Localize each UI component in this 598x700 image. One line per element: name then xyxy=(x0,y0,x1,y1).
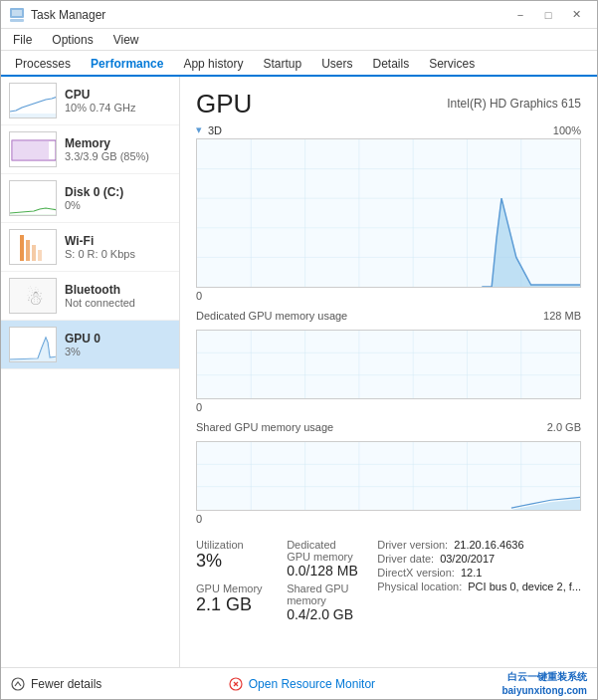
chart-mem xyxy=(196,330,581,399)
chart-shared xyxy=(196,441,581,511)
stat-dedicated: Dedicated GPU memory 0.0/128 MB xyxy=(287,539,361,579)
stats-right: Driver version: 21.20.16.4636 Driver dat… xyxy=(377,539,581,622)
stat-shared-value: 0.4/2.0 GB xyxy=(287,606,361,622)
sidebar-item-disk[interactable]: Disk 0 (C:) 0% xyxy=(1,174,179,223)
memory-value: 3.3/3.9 GB (85%) xyxy=(65,150,149,162)
stat-shared-label: Shared GPU memory xyxy=(287,583,361,606)
bluetooth-label: Bluetooth xyxy=(65,283,135,297)
maximize-button[interactable]: □ xyxy=(535,5,561,25)
stat-dedicated-value: 0.0/128 MB xyxy=(287,563,361,579)
gpu-value: 3% xyxy=(65,346,100,357)
tab-details[interactable]: Details xyxy=(362,53,419,77)
svg-text:☃: ☃ xyxy=(26,286,44,309)
chart-mem-right: 128 MB xyxy=(543,310,581,322)
svg-point-41 xyxy=(12,678,24,690)
chart-main-label-row: ▾ 3D 100% xyxy=(196,123,581,136)
chart-mem-header: Dedicated GPU memory usage 128 MB xyxy=(196,310,581,322)
gpu-label: GPU 0 xyxy=(65,332,100,346)
watermark-line2: baiyunxitong.com xyxy=(501,685,587,696)
chart-shared-right: 2.0 GB xyxy=(547,421,581,433)
tab-services[interactable]: Services xyxy=(419,53,485,77)
watermark-text: 白云一键重装系统 baiyunxitong.com xyxy=(501,670,587,698)
chart-arrow-icon: ▾ xyxy=(196,123,202,136)
chart-shared-label: Shared GPU memory usage xyxy=(196,421,333,433)
detail-header: GPU Intel(R) HD Graphics 615 xyxy=(196,89,581,119)
stat-driver-version-row: Driver version: 21.20.16.4636 xyxy=(377,539,581,551)
sidebar-item-cpu[interactable]: CPU 10% 0.74 GHz xyxy=(1,77,179,125)
fewer-details-btn[interactable]: Fewer details xyxy=(11,677,101,691)
detail-title: GPU xyxy=(196,89,252,119)
minimize-button[interactable]: − xyxy=(507,5,533,25)
tab-app-history[interactable]: App history xyxy=(173,53,253,77)
wifi-value: S: 0 R: 0 Kbps xyxy=(65,248,135,260)
chevron-up-icon xyxy=(11,677,25,691)
stat-driver-date-row: Driver date: 03/20/2017 xyxy=(377,553,581,565)
chart-shared-bottom-row: 0 xyxy=(196,513,581,525)
stats-container: Utilization 3% Dedicated GPU memory 0.0/… xyxy=(196,539,581,622)
memory-label: Memory xyxy=(65,136,149,150)
tab-users[interactable]: Users xyxy=(311,53,362,77)
disk-info: Disk 0 (C:) 0% xyxy=(65,185,123,211)
chart-shared-header: Shared GPU memory usage 2.0 GB xyxy=(196,421,581,433)
close-button[interactable]: ✕ xyxy=(563,5,589,25)
chart-mem-label: Dedicated GPU memory usage xyxy=(196,310,347,322)
chart-mem-bottom-row: 0 xyxy=(196,401,581,413)
cpu-info: CPU 10% 0.74 GHz xyxy=(65,88,136,114)
stat-directx-value: 12.1 xyxy=(461,567,482,579)
svg-rect-8 xyxy=(26,240,30,261)
stat-gpu-memory-value: 2.1 GB xyxy=(196,594,271,615)
tab-processes[interactable]: Processes xyxy=(5,53,81,77)
tab-performance[interactable]: Performance xyxy=(81,53,173,77)
chart-main-bottom-row: 0 xyxy=(196,290,581,302)
sidebar-item-memory[interactable]: Memory 3.3/3.9 GB (85%) xyxy=(1,125,179,174)
title-bar-left: Task Manager xyxy=(9,7,105,23)
chart-mem-bottom: 0 xyxy=(196,401,202,413)
sidebar: CPU 10% 0.74 GHz Memory 3.3/3.9 GB (85%) xyxy=(1,77,180,667)
svg-rect-2 xyxy=(10,19,24,22)
wifi-thumbnail xyxy=(9,229,57,265)
menu-options[interactable]: Options xyxy=(44,31,100,49)
detail-panel: GPU Intel(R) HD Graphics 615 ▾ 3D 100% xyxy=(180,77,597,667)
stat-utilization-value: 3% xyxy=(196,551,271,572)
sidebar-item-wifi[interactable]: Wi-Fi S: 0 R: 0 Kbps xyxy=(1,223,179,272)
stats-left: Utilization 3% Dedicated GPU memory 0.0/… xyxy=(196,539,361,622)
tab-startup[interactable]: Startup xyxy=(253,53,311,77)
cpu-label: CPU xyxy=(65,88,136,102)
sidebar-item-gpu[interactable]: GPU 0 3% xyxy=(1,321,179,369)
tabs-bar: Processes Performance App history Startu… xyxy=(1,51,597,77)
stat-physical-label: Physical location: xyxy=(377,581,462,592)
cpu-value: 10% 0.74 GHz xyxy=(65,102,136,114)
stat-gpu-memory: GPU Memory 2.1 GB xyxy=(196,583,271,622)
memory-thumbnail xyxy=(9,131,57,167)
menu-view[interactable]: View xyxy=(105,31,147,49)
stat-physical-row: Physical location: PCI bus 0, device 2, … xyxy=(377,581,581,592)
chart-shared-bottom: 0 xyxy=(196,513,202,525)
memory-info: Memory 3.3/3.9 GB (85%) xyxy=(65,136,149,162)
taskmanager-icon xyxy=(9,7,25,23)
bluetooth-thumbnail: ☃ xyxy=(9,278,57,314)
disk-value: 0% xyxy=(65,199,123,211)
fewer-details-label: Fewer details xyxy=(31,677,101,691)
main-content: CPU 10% 0.74 GHz Memory 3.3/3.9 GB (85%) xyxy=(1,77,597,667)
wifi-info: Wi-Fi S: 0 R: 0 Kbps xyxy=(65,234,135,260)
svg-rect-5 xyxy=(12,140,49,160)
svg-rect-3 xyxy=(10,114,57,118)
open-monitor-link[interactable]: Open Resource Monitor xyxy=(249,677,375,691)
title-controls: − □ ✕ xyxy=(507,5,589,25)
stat-utilization-label: Utilization xyxy=(196,539,271,551)
stat-driver-version-value: 21.20.16.4636 xyxy=(454,539,523,551)
disk-thumbnail xyxy=(9,180,57,216)
stat-utilization: Utilization 3% xyxy=(196,539,271,579)
menu-file[interactable]: File xyxy=(5,31,40,49)
stat-driver-date-label: Driver date: xyxy=(377,553,434,565)
monitor-icon xyxy=(229,677,243,691)
svg-rect-9 xyxy=(32,245,36,261)
wifi-label: Wi-Fi xyxy=(65,234,135,248)
chart-main xyxy=(196,138,581,288)
stat-physical-value: PCI bus 0, device 2, f... xyxy=(468,581,581,592)
open-monitor-container: Open Resource Monitor xyxy=(229,677,375,691)
sidebar-item-bluetooth[interactable]: ☃ Bluetooth Not connected xyxy=(1,272,179,321)
stat-shared: Shared GPU memory 0.4/2.0 GB xyxy=(287,583,361,622)
svg-rect-7 xyxy=(20,235,24,261)
cpu-thumbnail xyxy=(9,83,57,118)
